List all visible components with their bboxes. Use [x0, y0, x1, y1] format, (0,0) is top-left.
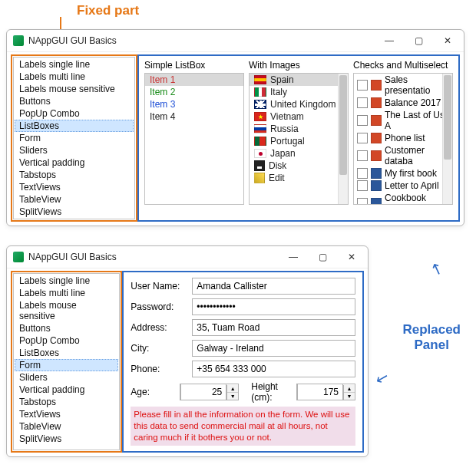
flag-vn-icon: ★ [254, 112, 266, 121]
list-item[interactable]: Italy [250, 86, 348, 98]
checkbox[interactable] [357, 180, 368, 191]
sidebar-item-textviews[interactable]: TextViews [15, 181, 134, 193]
sidebar-item-labels-mouse-sensitive[interactable]: Labels mouse sensitive [15, 83, 134, 95]
list-item[interactable]: Item 3 [145, 98, 243, 110]
list-item[interactable]: Balance 2017 [354, 97, 452, 109]
app-icon [13, 35, 24, 46]
list-item[interactable]: Item 4 [145, 110, 243, 123]
images-listbox[interactable]: SpainItalyUnited Kingdom★VietnamRussiaPo… [249, 73, 349, 205]
annotation-replaced-l2: Panel [402, 338, 461, 353]
checks-listbox[interactable]: Sales presentatioBalance 2017The Last of… [353, 73, 453, 205]
list-item[interactable]: Spain [250, 74, 348, 86]
sidebar[interactable]: Labels single lineLabels multi lineLabel… [13, 57, 135, 219]
label-age: Age: [131, 387, 174, 397]
sidebar-item-popup-combo[interactable]: PopUp Combo [15, 107, 134, 120]
list-item[interactable]: Russia [250, 123, 348, 135]
input-username[interactable] [192, 278, 355, 295]
checkbox[interactable] [357, 80, 368, 91]
maximize-button[interactable]: ▢ [404, 31, 433, 50]
sidebar-item-splitviews[interactable]: SplitViews [15, 433, 118, 445]
sidebar-item-vertical-padding[interactable]: Vertical padding [15, 384, 118, 396]
input-age[interactable] [180, 384, 226, 400]
simple-listbox[interactable]: Item 1Item 2Item 3Item 4 [144, 73, 244, 205]
scrollbar[interactable] [338, 74, 348, 204]
close-button[interactable]: ✕ [337, 248, 366, 266]
height-down-icon[interactable]: ▼ [344, 393, 355, 400]
sidebar-item-labels-multi-line[interactable]: Labels multi line [15, 287, 118, 299]
sidebar-item-tableview[interactable]: TableView [15, 193, 134, 206]
list-item[interactable]: Portugal [250, 135, 348, 147]
age-up-icon[interactable]: ▲ [227, 385, 238, 393]
sidebar-item-buttons[interactable]: Buttons [15, 95, 134, 107]
sidebar-item-popup-combo[interactable]: PopUp Combo [15, 334, 118, 347]
list-item[interactable]: Item 1 [145, 74, 243, 86]
scrollbar[interactable] [442, 74, 452, 204]
list-item[interactable]: Japan [250, 147, 348, 160]
close-button[interactable]: ✕ [433, 31, 462, 50]
flag-es-icon [254, 75, 266, 84]
flag-it-icon [254, 87, 266, 97]
sidebar-item-form[interactable]: Form [15, 132, 134, 144]
file-icon [371, 80, 382, 91]
label-username: User Name: [131, 281, 186, 291]
input-city[interactable] [192, 340, 355, 357]
col2-title: With Images [249, 60, 349, 71]
list-item[interactable]: Phone list [354, 132, 452, 144]
edit-icon [254, 173, 265, 183]
maximize-button[interactable]: ▢ [308, 248, 337, 266]
list-item-label: Japan [270, 148, 296, 159]
list-item[interactable]: Sales presentatio [354, 74, 452, 97]
age-down-icon[interactable]: ▼ [227, 393, 238, 400]
sidebar-item-tabstops[interactable]: Tabstops [15, 169, 134, 181]
input-height[interactable] [297, 384, 343, 400]
list-item[interactable]: The Last of Us A [354, 109, 452, 132]
window-title: NAppGUI GUI Basics [28, 252, 279, 262]
list-item[interactable]: Cookbook Recip [354, 192, 452, 205]
list-item[interactable]: Customer databa [354, 144, 452, 167]
scrollbar-thumb[interactable] [444, 75, 451, 160]
sidebar-item-labels-single-line[interactable]: Labels single line [15, 275, 118, 287]
checkbox[interactable] [357, 133, 368, 143]
input-address[interactable] [192, 319, 355, 336]
sidebar-item-sliders[interactable]: Sliders [15, 371, 118, 384]
list-item[interactable]: Edit [250, 172, 348, 184]
sidebar-item-tabstops[interactable]: Tabstops [15, 396, 118, 408]
col1-title: Simple ListBox [144, 60, 244, 71]
sidebar-item-buttons[interactable]: Buttons [15, 322, 118, 334]
window-listboxes: NAppGUI GUI Basics ― ▢ ✕ Labels single l… [6, 29, 464, 226]
sidebar-item-vertical-padding[interactable]: Vertical padding [15, 156, 134, 169]
sidebar-item-labels-multi-line[interactable]: Labels multi line [15, 71, 134, 83]
label-password: Password: [131, 301, 186, 312]
sidebar-item-tableview[interactable]: TableView [15, 420, 118, 433]
height-up-icon[interactable]: ▲ [344, 385, 355, 393]
list-item[interactable]: United Kingdom [250, 98, 348, 110]
sidebar-item-labels-single-line[interactable]: Labels single line [15, 58, 134, 71]
sidebar-item-form[interactable]: Form [15, 359, 118, 371]
sidebar[interactable]: Labels single lineLabels multi lineLabel… [13, 273, 120, 450]
checkbox[interactable] [357, 198, 368, 205]
checkbox[interactable] [357, 115, 368, 126]
sidebar-item-labels-mouse-sensitive[interactable]: Labels mouse sensitive [15, 299, 118, 322]
scrollbar-thumb[interactable] [339, 75, 347, 175]
checkbox[interactable] [357, 150, 368, 161]
sidebar-item-splitviews[interactable]: SplitViews [15, 206, 134, 218]
arrow-to-panel-1: ↘ [427, 259, 445, 281]
list-item-label: Portugal [270, 136, 305, 147]
input-phone[interactable] [192, 361, 355, 377]
list-item[interactable]: ★Vietnam [250, 110, 348, 123]
spinner-age[interactable]: ▲▼ [180, 384, 239, 400]
checkbox[interactable] [357, 168, 368, 179]
sidebar-item-listboxes[interactable]: ListBoxes [15, 120, 134, 132]
checkbox[interactable] [357, 97, 368, 108]
input-password[interactable] [192, 298, 355, 315]
list-item[interactable]: Item 2 [145, 86, 243, 98]
list-item[interactable]: My first book [354, 167, 452, 180]
minimize-button[interactable]: ― [375, 31, 404, 50]
list-item[interactable]: Disk [250, 160, 348, 172]
sidebar-item-sliders[interactable]: Sliders [15, 144, 134, 156]
list-item[interactable]: Letter to April [354, 180, 452, 192]
sidebar-item-textviews[interactable]: TextViews [15, 408, 118, 420]
minimize-button[interactable]: ― [279, 248, 308, 266]
spinner-height[interactable]: ▲▼ [296, 384, 355, 400]
sidebar-item-listboxes[interactable]: ListBoxes [15, 347, 118, 359]
